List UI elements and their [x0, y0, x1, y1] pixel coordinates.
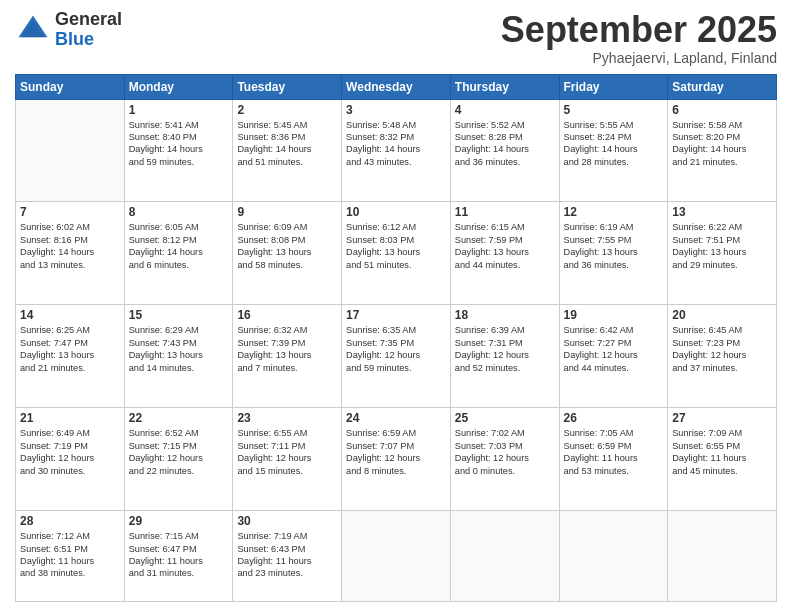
day-number: 1: [129, 103, 229, 117]
table-row: 16Sunrise: 6:32 AM Sunset: 7:39 PM Dayli…: [233, 305, 342, 408]
logo-general-text: General: [55, 10, 122, 30]
day-info: Sunrise: 6:45 AM Sunset: 7:23 PM Dayligh…: [672, 324, 772, 374]
table-row: [342, 511, 451, 602]
table-row: 20Sunrise: 6:45 AM Sunset: 7:23 PM Dayli…: [668, 305, 777, 408]
day-number: 15: [129, 308, 229, 322]
table-row: 1Sunrise: 5:41 AM Sunset: 8:40 PM Daylig…: [124, 99, 233, 202]
logo-blue-text: Blue: [55, 30, 122, 50]
day-number: 21: [20, 411, 120, 425]
day-info: Sunrise: 6:42 AM Sunset: 7:27 PM Dayligh…: [564, 324, 664, 374]
day-number: 10: [346, 205, 446, 219]
day-number: 5: [564, 103, 664, 117]
table-row: 30Sunrise: 7:19 AM Sunset: 6:43 PM Dayli…: [233, 511, 342, 602]
day-info: Sunrise: 7:19 AM Sunset: 6:43 PM Dayligh…: [237, 530, 337, 580]
logo: General Blue: [15, 10, 122, 50]
table-row: 24Sunrise: 6:59 AM Sunset: 7:07 PM Dayli…: [342, 408, 451, 511]
day-number: 27: [672, 411, 772, 425]
day-info: Sunrise: 6:19 AM Sunset: 7:55 PM Dayligh…: [564, 221, 664, 271]
table-row: 23Sunrise: 6:55 AM Sunset: 7:11 PM Dayli…: [233, 408, 342, 511]
logo-text: General Blue: [55, 10, 122, 50]
day-info: Sunrise: 6:02 AM Sunset: 8:16 PM Dayligh…: [20, 221, 120, 271]
table-row: [559, 511, 668, 602]
day-info: Sunrise: 5:41 AM Sunset: 8:40 PM Dayligh…: [129, 119, 229, 169]
col-monday: Monday: [124, 74, 233, 99]
day-number: 14: [20, 308, 120, 322]
table-row: 19Sunrise: 6:42 AM Sunset: 7:27 PM Dayli…: [559, 305, 668, 408]
col-friday: Friday: [559, 74, 668, 99]
day-info: Sunrise: 7:02 AM Sunset: 7:03 PM Dayligh…: [455, 427, 555, 477]
day-number: 22: [129, 411, 229, 425]
table-row: [16, 99, 125, 202]
table-row: 6Sunrise: 5:58 AM Sunset: 8:20 PM Daylig…: [668, 99, 777, 202]
day-info: Sunrise: 6:25 AM Sunset: 7:47 PM Dayligh…: [20, 324, 120, 374]
day-number: 24: [346, 411, 446, 425]
day-info: Sunrise: 6:05 AM Sunset: 8:12 PM Dayligh…: [129, 221, 229, 271]
day-number: 7: [20, 205, 120, 219]
day-info: Sunrise: 6:52 AM Sunset: 7:15 PM Dayligh…: [129, 427, 229, 477]
day-number: 6: [672, 103, 772, 117]
day-number: 8: [129, 205, 229, 219]
day-info: Sunrise: 5:58 AM Sunset: 8:20 PM Dayligh…: [672, 119, 772, 169]
table-row: 5Sunrise: 5:55 AM Sunset: 8:24 PM Daylig…: [559, 99, 668, 202]
col-tuesday: Tuesday: [233, 74, 342, 99]
location-subtitle: Pyhaejaervi, Lapland, Finland: [501, 50, 777, 66]
day-info: Sunrise: 6:59 AM Sunset: 7:07 PM Dayligh…: [346, 427, 446, 477]
day-info: Sunrise: 6:29 AM Sunset: 7:43 PM Dayligh…: [129, 324, 229, 374]
day-number: 23: [237, 411, 337, 425]
table-row: 22Sunrise: 6:52 AM Sunset: 7:15 PM Dayli…: [124, 408, 233, 511]
table-row: [668, 511, 777, 602]
day-number: 3: [346, 103, 446, 117]
calendar-week-2: 7Sunrise: 6:02 AM Sunset: 8:16 PM Daylig…: [16, 202, 777, 305]
table-row: 13Sunrise: 6:22 AM Sunset: 7:51 PM Dayli…: [668, 202, 777, 305]
day-number: 25: [455, 411, 555, 425]
table-row: 4Sunrise: 5:52 AM Sunset: 8:28 PM Daylig…: [450, 99, 559, 202]
table-row: 7Sunrise: 6:02 AM Sunset: 8:16 PM Daylig…: [16, 202, 125, 305]
day-number: 9: [237, 205, 337, 219]
day-info: Sunrise: 5:55 AM Sunset: 8:24 PM Dayligh…: [564, 119, 664, 169]
day-info: Sunrise: 6:09 AM Sunset: 8:08 PM Dayligh…: [237, 221, 337, 271]
col-sunday: Sunday: [16, 74, 125, 99]
day-number: 2: [237, 103, 337, 117]
day-info: Sunrise: 5:52 AM Sunset: 8:28 PM Dayligh…: [455, 119, 555, 169]
table-row: 3Sunrise: 5:48 AM Sunset: 8:32 PM Daylig…: [342, 99, 451, 202]
table-row: 9Sunrise: 6:09 AM Sunset: 8:08 PM Daylig…: [233, 202, 342, 305]
table-row: 21Sunrise: 6:49 AM Sunset: 7:19 PM Dayli…: [16, 408, 125, 511]
logo-icon: [15, 12, 51, 48]
day-info: Sunrise: 6:12 AM Sunset: 8:03 PM Dayligh…: [346, 221, 446, 271]
day-info: Sunrise: 7:12 AM Sunset: 6:51 PM Dayligh…: [20, 530, 120, 580]
day-number: 13: [672, 205, 772, 219]
col-saturday: Saturday: [668, 74, 777, 99]
day-number: 11: [455, 205, 555, 219]
page: General Blue September 2025 Pyhaejaervi,…: [0, 0, 792, 612]
day-number: 16: [237, 308, 337, 322]
day-info: Sunrise: 6:55 AM Sunset: 7:11 PM Dayligh…: [237, 427, 337, 477]
day-info: Sunrise: 7:05 AM Sunset: 6:59 PM Dayligh…: [564, 427, 664, 477]
table-row: 29Sunrise: 7:15 AM Sunset: 6:47 PM Dayli…: [124, 511, 233, 602]
day-number: 19: [564, 308, 664, 322]
table-row: 28Sunrise: 7:12 AM Sunset: 6:51 PM Dayli…: [16, 511, 125, 602]
day-info: Sunrise: 6:49 AM Sunset: 7:19 PM Dayligh…: [20, 427, 120, 477]
day-info: Sunrise: 7:15 AM Sunset: 6:47 PM Dayligh…: [129, 530, 229, 580]
table-row: 11Sunrise: 6:15 AM Sunset: 7:59 PM Dayli…: [450, 202, 559, 305]
day-info: Sunrise: 6:35 AM Sunset: 7:35 PM Dayligh…: [346, 324, 446, 374]
day-info: Sunrise: 5:48 AM Sunset: 8:32 PM Dayligh…: [346, 119, 446, 169]
day-number: 20: [672, 308, 772, 322]
day-info: Sunrise: 6:39 AM Sunset: 7:31 PM Dayligh…: [455, 324, 555, 374]
day-info: Sunrise: 6:32 AM Sunset: 7:39 PM Dayligh…: [237, 324, 337, 374]
day-info: Sunrise: 6:15 AM Sunset: 7:59 PM Dayligh…: [455, 221, 555, 271]
calendar-table: Sunday Monday Tuesday Wednesday Thursday…: [15, 74, 777, 602]
table-row: 15Sunrise: 6:29 AM Sunset: 7:43 PM Dayli…: [124, 305, 233, 408]
calendar-week-4: 21Sunrise: 6:49 AM Sunset: 7:19 PM Dayli…: [16, 408, 777, 511]
day-number: 29: [129, 514, 229, 528]
table-row: 18Sunrise: 6:39 AM Sunset: 7:31 PM Dayli…: [450, 305, 559, 408]
calendar-week-3: 14Sunrise: 6:25 AM Sunset: 7:47 PM Dayli…: [16, 305, 777, 408]
table-row: 26Sunrise: 7:05 AM Sunset: 6:59 PM Dayli…: [559, 408, 668, 511]
day-info: Sunrise: 6:22 AM Sunset: 7:51 PM Dayligh…: [672, 221, 772, 271]
day-number: 4: [455, 103, 555, 117]
day-number: 30: [237, 514, 337, 528]
day-number: 26: [564, 411, 664, 425]
col-thursday: Thursday: [450, 74, 559, 99]
table-row: 12Sunrise: 6:19 AM Sunset: 7:55 PM Dayli…: [559, 202, 668, 305]
table-row: 14Sunrise: 6:25 AM Sunset: 7:47 PM Dayli…: [16, 305, 125, 408]
day-number: 12: [564, 205, 664, 219]
